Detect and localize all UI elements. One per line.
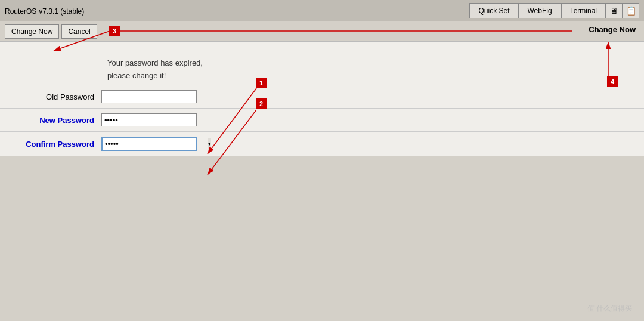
message-line2: please change it!	[107, 71, 644, 80]
confirm-password-label: Confirm Password	[0, 140, 101, 149]
watermark: 值 什么值得买	[587, 304, 632, 314]
main-content: Your password has expired, please change…	[0, 42, 644, 156]
change-now-button[interactable]: Change Now	[5, 24, 59, 39]
form-container: Your password has expired, please change…	[0, 42, 644, 156]
nav-buttons: Quick Set WebFig Terminal 🖥 📋	[469, 3, 639, 18]
app-logo: RouterOS v7.3.1 (stable)	[5, 6, 469, 16]
icon1-button[interactable]: 🖥	[606, 3, 623, 18]
confirm-password-input[interactable]	[103, 138, 208, 150]
message-line1: Your password has expired,	[107, 58, 644, 67]
new-password-label: New Password	[0, 116, 101, 125]
confirm-password-row: Confirm Password ▾	[0, 132, 644, 156]
icon2-button[interactable]: 📋	[623, 3, 639, 18]
old-password-row: Old Password	[0, 85, 644, 109]
toolbar: Change Now Cancel Change Now	[0, 21, 644, 42]
new-password-input[interactable]	[101, 113, 197, 126]
header: RouterOS v7.3.1 (stable) Quick Set WebFi…	[0, 0, 644, 21]
cancel-button[interactable]: Cancel	[61, 24, 97, 39]
version-text: v7.3.1 (stable)	[39, 7, 84, 16]
logo-text: RouterOS	[5, 7, 36, 16]
change-now-label: Change Now	[589, 25, 636, 34]
message-section: Your password has expired, please change…	[0, 51, 644, 85]
old-password-input[interactable]	[101, 90, 197, 103]
webfig-button[interactable]: WebFig	[519, 3, 561, 18]
confirm-dropdown-button[interactable]: ▾	[208, 138, 211, 150]
new-password-row: New Password	[0, 109, 644, 132]
old-password-label: Old Password	[0, 92, 101, 101]
terminal-button[interactable]: Terminal	[561, 3, 606, 18]
quick-set-button[interactable]: Quick Set	[469, 3, 518, 18]
confirm-password-wrapper: ▾	[101, 137, 197, 151]
